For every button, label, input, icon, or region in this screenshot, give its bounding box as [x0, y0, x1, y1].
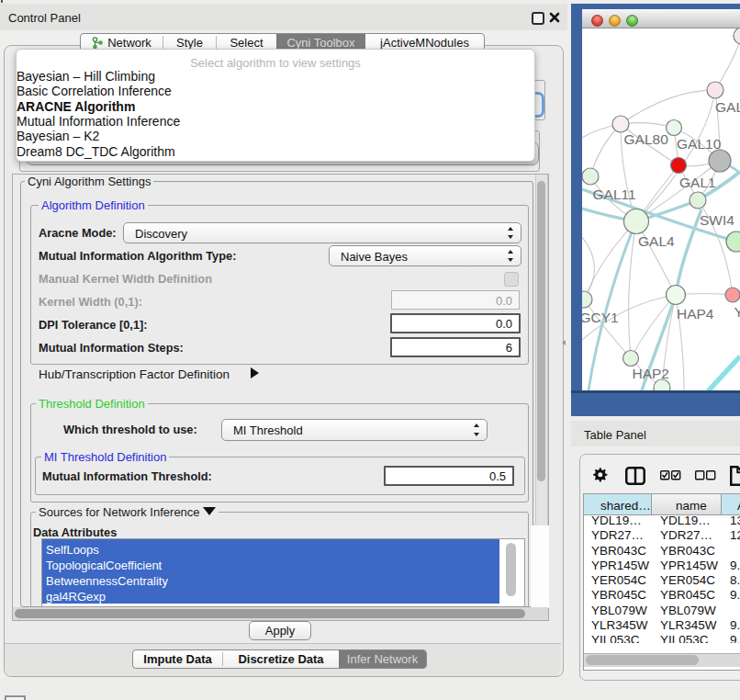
svg-text:SWI4: SWI4: [700, 212, 734, 228]
svg-text:GCY1: GCY1: [582, 310, 619, 325]
svg-text:GAL8: GAL8: [715, 99, 740, 115]
svg-text:GAL11: GAL11: [593, 186, 636, 202]
svg-text:HAP4: HAP4: [677, 306, 714, 322]
svg-text:HAP2: HAP2: [633, 366, 670, 381]
svg-text:GAL1: GAL1: [679, 175, 716, 190]
svg-text:GAL4: GAL4: [638, 233, 675, 249]
svg-text:GAL10: GAL10: [677, 136, 722, 152]
svg-text:GAL80: GAL80: [624, 131, 669, 147]
svg-text:Y: Y: [734, 304, 740, 320]
